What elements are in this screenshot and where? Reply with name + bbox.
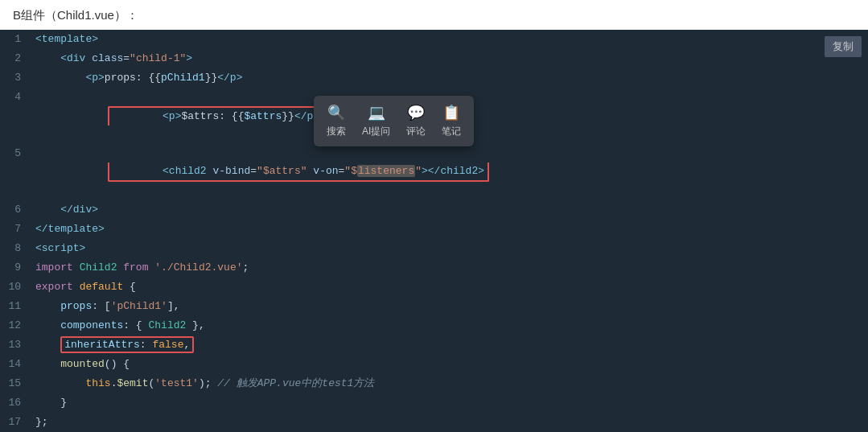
line-number: 8 (0, 239, 29, 258)
table-row: 7 </template> (0, 220, 868, 239)
table-row: 5 <child2 v-bind="$attrs" v-on="$listene… (0, 144, 868, 200)
line-number: 12 (0, 316, 29, 335)
table-row: 11 props: ['pChild1'], (0, 297, 868, 316)
comment-icon: 💬 (407, 104, 425, 121)
line-number: 6 (0, 200, 29, 220)
tooltip-search-label: 搜索 (327, 125, 346, 138)
line-code: props: ['pChild1'], (29, 297, 868, 316)
line-code: <template> (29, 30, 868, 49)
table-row: 17 }; (0, 413, 868, 432)
line-code: components: { Child2 }, (29, 316, 868, 335)
line-number: 13 (0, 335, 29, 355)
line-code: <child2 v-bind="$attrs" v-on="$listeners… (29, 144, 868, 200)
table-row: 10 export default { (0, 278, 868, 297)
line-number: 3 (0, 68, 29, 88)
table-row: 12 components: { Child2 }, (0, 316, 868, 335)
table-row: 9 import Child2 from './Child2.vue'; (0, 258, 868, 278)
line-code: import Child2 from './Child2.vue'; (29, 258, 868, 278)
tooltip-note[interactable]: 📋 笔记 (442, 104, 461, 138)
page-title: B组件（Child1.vue）： (0, 0, 868, 30)
line-number: 17 (0, 413, 29, 432)
line-number: 2 (0, 49, 29, 68)
line-code: <p>props: {{pChild1}}</p> (29, 68, 868, 88)
tooltip-search[interactable]: 🔍 搜索 (327, 104, 346, 138)
table-row: 16 } (0, 393, 868, 413)
line-code: mounted() { (29, 355, 868, 374)
line-number: 5 (0, 144, 29, 200)
line-code: } (29, 393, 868, 413)
table-row: 1 <template> (0, 30, 868, 49)
table-row: 2 <div class="child-1"> (0, 49, 868, 68)
line-number: 15 (0, 374, 29, 393)
line-code: inheritAttrs: false, (29, 335, 868, 355)
code-table: 1 <template> 2 <div class="child-1"> 3 <… (0, 30, 868, 432)
line-number: 10 (0, 278, 29, 297)
tooltip-comment[interactable]: 💬 评论 (406, 104, 426, 138)
line-code: <script> (29, 239, 868, 258)
line-number: 1 (0, 30, 29, 49)
line-number: 9 (0, 258, 29, 278)
line-code: </div> (29, 200, 868, 220)
tooltip-ai[interactable]: 💻 AI提问 (362, 104, 390, 138)
line-number: 11 (0, 297, 29, 316)
tooltip-ai-label: AI提问 (362, 125, 390, 138)
table-row: 15 this.$emit('test1'); // 触发APP.vue中的te… (0, 374, 868, 393)
table-row: 3 <p>props: {{pChild1}}</p> (0, 68, 868, 88)
line-code: this.$emit('test1'); // 触发APP.vue中的test1… (29, 374, 868, 393)
line-number: 16 (0, 393, 29, 413)
note-icon: 📋 (442, 104, 460, 121)
code-block: 复制 🔍 搜索 💻 AI提问 💬 评论 📋 笔记 (0, 30, 868, 432)
table-row: 13 inheritAttrs: false, (0, 335, 868, 355)
tooltip-note-label: 笔记 (442, 125, 461, 138)
line-number: 7 (0, 220, 29, 239)
line-code: }; (29, 413, 868, 432)
line-code: </template> (29, 220, 868, 239)
line-code: <div class="child-1"> (29, 49, 868, 68)
tooltip-comment-label: 评论 (406, 125, 426, 138)
line-number: 4 (0, 88, 29, 144)
copy-button[interactable]: 复制 (825, 36, 862, 57)
search-icon: 🔍 (327, 104, 345, 121)
table-row: 6 </div> (0, 200, 868, 220)
line-code: export default { (29, 278, 868, 297)
line-number: 14 (0, 355, 29, 374)
table-row: 8 <script> (0, 239, 868, 258)
ai-icon: 💻 (368, 104, 385, 121)
table-row: 14 mounted() { (0, 355, 868, 374)
tooltip-popup: 🔍 搜索 💻 AI提问 💬 评论 📋 笔记 (314, 96, 474, 146)
page-container: B组件（Child1.vue）： 复制 🔍 搜索 💻 AI提问 💬 评论 📋 笔… (0, 0, 868, 432)
